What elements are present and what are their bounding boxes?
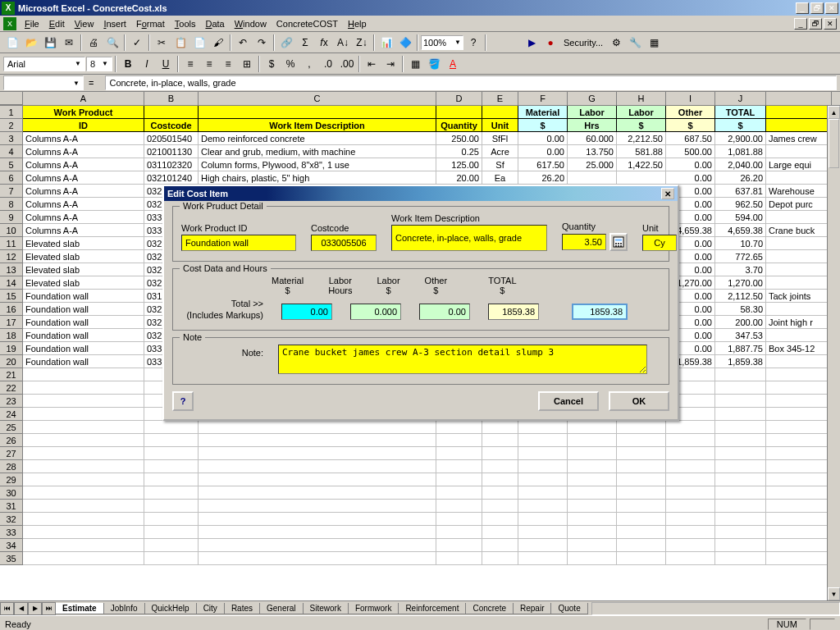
percent-icon[interactable]: % (281, 55, 299, 73)
cell[interactable] (199, 539, 436, 552)
cell[interactable] (518, 460, 568, 473)
menu-file[interactable]: File (20, 17, 44, 30)
cell[interactable] (199, 552, 436, 565)
sheet-tab[interactable]: Quote (550, 603, 587, 614)
sort-desc-icon[interactable]: Z↓ (353, 34, 371, 52)
cell[interactable]: 0.00 (666, 158, 715, 171)
cell[interactable] (199, 460, 436, 473)
labor-dollar-field[interactable] (419, 304, 470, 320)
fill-color-icon[interactable]: 🪣 (425, 55, 443, 73)
cell[interactable] (436, 486, 482, 500)
cell[interactable] (518, 434, 568, 447)
cell[interactable] (482, 106, 518, 119)
cell[interactable]: $ (666, 119, 715, 132)
menu-data[interactable]: Data (200, 17, 229, 30)
autosum-icon[interactable]: Σ (296, 34, 314, 52)
cell[interactable]: Foundation wall (23, 329, 144, 342)
doc-minimize-button[interactable]: _ (794, 18, 807, 30)
cell[interactable] (617, 473, 666, 486)
cell[interactable] (766, 513, 832, 526)
cell[interactable] (766, 447, 832, 460)
cell[interactable]: 1,887.75 (715, 342, 766, 355)
cell[interactable]: Tack joints (766, 290, 832, 303)
cell[interactable] (436, 500, 482, 513)
sheet-tab[interactable]: Reinforcement (398, 603, 466, 614)
cell[interactable] (568, 500, 617, 513)
row-header[interactable]: 14 (0, 276, 23, 290)
cell[interactable]: Demo reinforced concrete (199, 132, 436, 145)
col-header[interactable]: A (23, 92, 144, 105)
cell[interactable] (568, 486, 617, 500)
cell[interactable] (482, 486, 518, 500)
labor-hours-field[interactable] (350, 304, 401, 320)
cell[interactable] (482, 473, 518, 486)
sheet-tab[interactable]: City (196, 603, 225, 614)
vertical-scrollbar[interactable]: ▲ ▼ (827, 106, 840, 600)
cell[interactable] (617, 171, 666, 185)
doc-restore-button[interactable]: 🗗 (809, 18, 822, 30)
col-header[interactable]: D (436, 92, 482, 105)
cell[interactable]: 1,859.38 (715, 355, 766, 368)
cell[interactable]: 250.00 (436, 132, 482, 145)
cell[interactable]: 581.88 (617, 145, 666, 158)
cell[interactable] (518, 473, 568, 486)
cell[interactable]: Columns A-A (23, 145, 144, 158)
macro-play-icon[interactable]: ▶ (523, 34, 541, 52)
cell[interactable] (666, 447, 715, 460)
cell[interactable]: 0.25 (436, 145, 482, 158)
cell[interactable]: Acre (482, 145, 518, 158)
new-icon[interactable]: 📄 (3, 34, 21, 52)
menu-help[interactable]: Help (343, 17, 372, 30)
design-icon[interactable]: 🔧 (626, 34, 644, 52)
cell[interactable]: Crane buck (766, 224, 832, 237)
cell[interactable] (766, 171, 832, 185)
cell[interactable] (766, 106, 832, 119)
cell[interactable]: Foundation wall (23, 290, 144, 303)
cell[interactable]: 2,900.00 (715, 132, 766, 145)
menu-window[interactable]: Window (230, 17, 272, 30)
cell[interactable] (144, 460, 199, 473)
vba-icon[interactable]: ⚙ (607, 34, 625, 52)
cell[interactable]: 2,112.50 (715, 290, 766, 303)
cell[interactable]: 0.00 (518, 132, 568, 145)
row-header[interactable]: 19 (0, 342, 23, 355)
cell[interactable]: Elevated slab (23, 237, 144, 250)
cell[interactable] (666, 552, 715, 565)
tab-next-icon[interactable]: ▶ (28, 602, 42, 615)
cell[interactable] (715, 552, 766, 565)
cell[interactable] (617, 539, 666, 552)
cell[interactable]: 26.20 (518, 171, 568, 185)
function-icon[interactable]: fx (315, 34, 333, 52)
cell[interactable] (482, 447, 518, 460)
cell[interactable]: 032101240 (144, 171, 199, 185)
row-header[interactable]: 28 (0, 460, 23, 473)
cell[interactable] (766, 237, 832, 250)
row-header[interactable]: 17 (0, 316, 23, 329)
cell[interactable]: 020501540 (144, 132, 199, 145)
menu-view[interactable]: View (70, 17, 99, 30)
zoom-combo[interactable]: 100%▼ (421, 35, 463, 50)
cell[interactable]: SfFl (482, 132, 518, 145)
align-right-icon[interactable]: ≡ (219, 55, 237, 73)
cell[interactable] (617, 486, 666, 500)
cell[interactable] (436, 447, 482, 460)
increase-decimal-icon[interactable]: .0 (319, 55, 337, 73)
cell[interactable]: Column forms, Plywood, 8"x8", 1 use (199, 158, 436, 171)
work-product-id-field[interactable] (181, 235, 296, 251)
cell[interactable] (715, 381, 766, 395)
spelling-icon[interactable]: ✓ (128, 34, 146, 52)
cell[interactable] (766, 276, 832, 290)
decrease-indent-icon[interactable]: ⇤ (363, 55, 381, 73)
restore-button[interactable]: 🗗 (810, 2, 824, 14)
cell[interactable]: 500.00 (666, 145, 715, 158)
cell[interactable]: Quantity (436, 119, 482, 132)
cell[interactable] (23, 500, 144, 513)
cell[interactable] (199, 447, 436, 460)
cell[interactable] (568, 539, 617, 552)
paste-icon[interactable]: 📄 (190, 34, 208, 52)
cell[interactable]: Foundation wall (23, 303, 144, 316)
cell[interactable] (482, 460, 518, 473)
bold-icon[interactable]: B (119, 55, 137, 73)
row-header[interactable]: 4 (0, 145, 23, 158)
menu-format[interactable]: Format (131, 17, 170, 30)
